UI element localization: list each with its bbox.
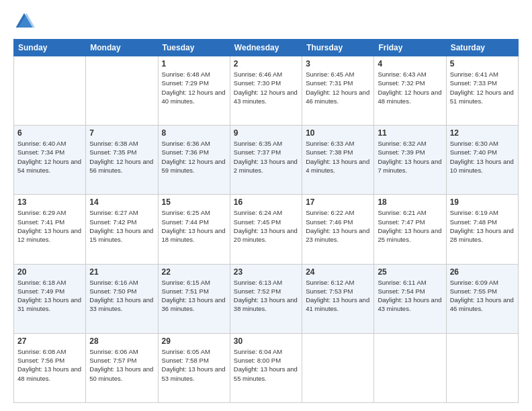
calendar-cell: 19Sunrise: 6:19 AMSunset: 7:48 PMDayligh… [446, 195, 518, 264]
day-number: 28 [89, 336, 154, 346]
calendar-week-row: 13Sunrise: 6:29 AMSunset: 7:41 PMDayligh… [14, 195, 519, 264]
calendar-cell: 29Sunrise: 6:05 AMSunset: 7:58 PMDayligh… [158, 333, 230, 402]
day-info: Sunrise: 6:11 AMSunset: 7:54 PMDaylight:… [378, 278, 442, 314]
calendar-cell: 6Sunrise: 6:40 AMSunset: 7:34 PMDaylight… [14, 126, 86, 195]
day-number: 20 [17, 267, 82, 277]
calendar-cell: 26Sunrise: 6:09 AMSunset: 7:55 PMDayligh… [446, 264, 518, 333]
day-number: 17 [306, 197, 370, 207]
day-number: 27 [17, 336, 82, 346]
weekday-header: Monday [86, 40, 158, 56]
calendar-cell: 16Sunrise: 6:24 AMSunset: 7:45 PMDayligh… [230, 195, 302, 264]
day-info: Sunrise: 6:22 AMSunset: 7:46 PMDaylight:… [306, 208, 370, 244]
day-number: 29 [162, 336, 226, 346]
day-number: 2 [234, 59, 298, 68]
calendar-cell: 13Sunrise: 6:29 AMSunset: 7:41 PMDayligh… [14, 195, 86, 264]
day-number: 21 [89, 267, 154, 277]
day-info: Sunrise: 6:05 AMSunset: 7:58 PMDaylight:… [162, 347, 226, 383]
calendar-cell: 7Sunrise: 6:38 AMSunset: 7:35 PMDaylight… [86, 126, 158, 195]
day-info: Sunrise: 6:18 AMSunset: 7:49 PMDaylight:… [17, 278, 82, 314]
day-number: 7 [89, 128, 154, 138]
logo-icon [13, 11, 35, 32]
calendar-cell: 22Sunrise: 6:15 AMSunset: 7:51 PMDayligh… [158, 264, 230, 333]
calendar-cell: 3Sunrise: 6:45 AMSunset: 7:31 PMDaylight… [302, 56, 374, 126]
calendar-cell: 30Sunrise: 6:04 AMSunset: 8:00 PMDayligh… [230, 333, 302, 402]
calendar-cell: 10Sunrise: 6:33 AMSunset: 7:38 PMDayligh… [302, 126, 374, 195]
calendar-cell: 17Sunrise: 6:22 AMSunset: 7:46 PMDayligh… [302, 195, 374, 264]
day-info: Sunrise: 6:38 AMSunset: 7:35 PMDaylight:… [89, 139, 154, 175]
day-number: 9 [234, 128, 298, 138]
calendar-cell: 12Sunrise: 6:30 AMSunset: 7:40 PMDayligh… [446, 126, 518, 195]
day-number: 16 [234, 197, 298, 207]
day-info: Sunrise: 6:24 AMSunset: 7:45 PMDaylight:… [234, 208, 298, 244]
weekday-header: Tuesday [158, 40, 230, 56]
calendar-cell: 23Sunrise: 6:13 AMSunset: 7:52 PMDayligh… [230, 264, 302, 333]
day-number: 3 [306, 59, 370, 68]
calendar-cell: 27Sunrise: 6:08 AMSunset: 7:56 PMDayligh… [14, 333, 86, 402]
day-number: 26 [450, 267, 515, 277]
day-number: 4 [378, 59, 442, 68]
day-info: Sunrise: 6:45 AMSunset: 7:31 PMDaylight:… [306, 70, 370, 105]
day-info: Sunrise: 6:35 AMSunset: 7:37 PMDaylight:… [234, 139, 298, 175]
day-number: 1 [162, 59, 226, 68]
day-number: 15 [162, 197, 226, 207]
day-number: 14 [89, 197, 154, 207]
day-number: 10 [306, 128, 370, 138]
day-info: Sunrise: 6:46 AMSunset: 7:30 PMDaylight:… [234, 70, 298, 105]
day-number: 6 [17, 128, 82, 138]
day-info: Sunrise: 6:33 AMSunset: 7:38 PMDaylight:… [306, 139, 370, 175]
day-info: Sunrise: 6:48 AMSunset: 7:29 PMDaylight:… [162, 70, 226, 105]
day-number: 23 [234, 267, 298, 277]
day-number: 11 [378, 128, 442, 138]
calendar-week-row: 6Sunrise: 6:40 AMSunset: 7:34 PMDaylight… [14, 126, 519, 195]
weekday-header: Saturday [446, 40, 518, 56]
day-info: Sunrise: 6:41 AMSunset: 7:33 PMDaylight:… [450, 70, 515, 105]
weekday-header: Thursday [302, 40, 374, 56]
calendar-cell: 1Sunrise: 6:48 AMSunset: 7:29 PMDaylight… [158, 56, 230, 126]
day-info: Sunrise: 6:29 AMSunset: 7:41 PMDaylight:… [17, 208, 82, 244]
header [13, 11, 519, 32]
day-number: 24 [306, 267, 370, 277]
day-info: Sunrise: 6:19 AMSunset: 7:48 PMDaylight:… [450, 208, 515, 244]
day-number: 8 [162, 128, 226, 138]
day-info: Sunrise: 6:04 AMSunset: 8:00 PMDaylight:… [234, 347, 298, 383]
day-info: Sunrise: 6:12 AMSunset: 7:53 PMDaylight:… [306, 278, 370, 314]
calendar-cell: 18Sunrise: 6:21 AMSunset: 7:47 PMDayligh… [374, 195, 446, 264]
calendar-cell: 11Sunrise: 6:32 AMSunset: 7:39 PMDayligh… [374, 126, 446, 195]
weekday-header: Sunday [14, 40, 86, 56]
calendar-cell: 21Sunrise: 6:16 AMSunset: 7:50 PMDayligh… [86, 264, 158, 333]
day-info: Sunrise: 6:13 AMSunset: 7:52 PMDaylight:… [234, 278, 298, 314]
day-number: 30 [234, 336, 298, 346]
day-number: 13 [17, 197, 82, 207]
day-info: Sunrise: 6:09 AMSunset: 7:55 PMDaylight:… [450, 278, 515, 314]
day-number: 25 [378, 267, 442, 277]
calendar-week-row: 20Sunrise: 6:18 AMSunset: 7:49 PMDayligh… [14, 264, 519, 333]
calendar-cell [446, 333, 518, 402]
day-info: Sunrise: 6:25 AMSunset: 7:44 PMDaylight:… [162, 208, 226, 244]
calendar-cell: 14Sunrise: 6:27 AMSunset: 7:42 PMDayligh… [86, 195, 158, 264]
day-info: Sunrise: 6:43 AMSunset: 7:32 PMDaylight:… [378, 70, 442, 105]
day-info: Sunrise: 6:08 AMSunset: 7:56 PMDaylight:… [17, 347, 82, 383]
day-number: 19 [450, 197, 515, 207]
calendar-cell: 20Sunrise: 6:18 AMSunset: 7:49 PMDayligh… [14, 264, 86, 333]
calendar-cell: 8Sunrise: 6:36 AMSunset: 7:36 PMDaylight… [158, 126, 230, 195]
day-info: Sunrise: 6:21 AMSunset: 7:47 PMDaylight:… [378, 208, 442, 244]
calendar-week-row: 27Sunrise: 6:08 AMSunset: 7:56 PMDayligh… [14, 333, 519, 402]
calendar-cell: 5Sunrise: 6:41 AMSunset: 7:33 PMDaylight… [446, 56, 518, 126]
logo [13, 11, 38, 32]
calendar-cell: 9Sunrise: 6:35 AMSunset: 7:37 PMDaylight… [230, 126, 302, 195]
day-info: Sunrise: 6:15 AMSunset: 7:51 PMDaylight:… [162, 278, 226, 314]
weekday-header: Wednesday [230, 40, 302, 56]
calendar: SundayMondayTuesdayWednesdayThursdayFrid… [13, 39, 519, 403]
day-info: Sunrise: 6:30 AMSunset: 7:40 PMDaylight:… [450, 139, 515, 175]
day-number: 18 [378, 197, 442, 207]
calendar-cell [14, 56, 86, 126]
calendar-week-row: 1Sunrise: 6:48 AMSunset: 7:29 PMDaylight… [14, 56, 519, 126]
calendar-cell: 25Sunrise: 6:11 AMSunset: 7:54 PMDayligh… [374, 264, 446, 333]
calendar-cell [374, 333, 446, 402]
day-number: 22 [162, 267, 226, 277]
day-number: 5 [450, 59, 515, 68]
day-info: Sunrise: 6:16 AMSunset: 7:50 PMDaylight:… [89, 278, 154, 314]
day-info: Sunrise: 6:32 AMSunset: 7:39 PMDaylight:… [378, 139, 442, 175]
calendar-cell: 4Sunrise: 6:43 AMSunset: 7:32 PMDaylight… [374, 56, 446, 126]
calendar-cell: 28Sunrise: 6:06 AMSunset: 7:57 PMDayligh… [86, 333, 158, 402]
